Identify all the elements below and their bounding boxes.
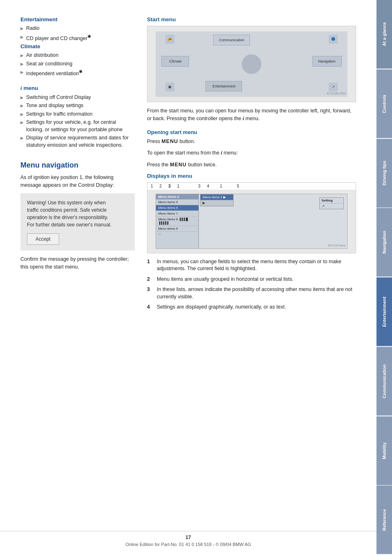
popup-row-2: Menu items 2 ▶ bbox=[200, 195, 233, 200]
menu-navigation-body: As of ignition key position 1, the follo… bbox=[20, 174, 135, 189]
page-footer: 17 Online Edition for Part-No. 01 41 0 1… bbox=[0, 531, 376, 547]
popup-column: Menu items 2 ▶ ▶ bbox=[200, 194, 234, 206]
corner-icon-bl: ▦ bbox=[165, 83, 174, 92]
footer-text: Online Edition for Part-No. 01 41 0 158 … bbox=[125, 542, 251, 547]
numbered-item-4: 4 Settings are displayed graphically, nu… bbox=[147, 304, 356, 311]
menu-navigation-title: Menu navigation bbox=[20, 161, 135, 170]
controller-circle bbox=[242, 54, 261, 74]
list-item: ▶ Radio bbox=[20, 25, 135, 32]
list-item: ▶ Switching off Control Display bbox=[20, 94, 135, 101]
list-item: ▶ Tone and display settings bbox=[20, 102, 135, 110]
arrow-icon: ▶ bbox=[20, 112, 24, 117]
list-item: ▶ CD player and CD changer✱ bbox=[20, 34, 135, 43]
press-twice-line: Press the MENU button twice. bbox=[147, 161, 356, 169]
num-markers: 1 2 3 1 3 4 1 5 bbox=[147, 183, 356, 190]
image-label: E71/0AL/00c bbox=[327, 92, 346, 95]
settings-column: Setting ↗ bbox=[319, 197, 344, 209]
numbered-item-1: 1 In menus, you can change fields to sel… bbox=[147, 258, 356, 273]
arrow-icon: ▶ bbox=[20, 103, 24, 109]
climate-section: Climate ▶ Air distribution ▶ Seat air co… bbox=[20, 43, 135, 78]
start-menu-body: From the start menu, you can open four m… bbox=[147, 107, 356, 123]
page-number: 17 bbox=[0, 535, 376, 540]
right-column: Start menu Communication Climate Navigat… bbox=[147, 16, 356, 314]
settings-arrow: ↗ bbox=[320, 203, 343, 209]
arrow-icon: ▶ bbox=[20, 61, 24, 67]
confirm-text: Confirm the message by pressing the cont… bbox=[20, 255, 135, 271]
press-menu-line: Press MENU button. bbox=[147, 138, 356, 145]
opening-start-menu-section: Opening start menu Press MENU button. To… bbox=[147, 129, 356, 169]
left-column: Entertainment ▶ Radio ▶ CD player and CD… bbox=[20, 16, 135, 314]
displays-menu-screenshot: 1 2 3 1 3 4 1 5 bbox=[147, 182, 356, 253]
menu-row-8: Menu items 8 ▐▐▐▐▌ ▐▐▐▐▐ bbox=[156, 217, 198, 226]
communication-menu-item: Communication bbox=[213, 35, 250, 45]
i-menu-title: i menu bbox=[20, 85, 135, 92]
menu-row-down: ▼ bbox=[156, 232, 198, 237]
side-tabs: At a glance Controls Driving tips Naviga… bbox=[376, 0, 392, 555]
list-item: ▶ Seat air conditioning bbox=[20, 60, 135, 68]
numbered-item-2: 2 Menu items are usually grouped in hori… bbox=[147, 276, 356, 283]
list-item: ▶ Air distribution bbox=[20, 52, 135, 59]
entertainment-menu-item: Entertainment bbox=[205, 81, 242, 92]
numbered-list: 1 In menus, you can change fields to sel… bbox=[147, 258, 356, 311]
menu-navigation-section: Menu navigation As of ignition key posit… bbox=[20, 161, 135, 271]
tab-controls[interactable]: Controls bbox=[376, 69, 392, 138]
displays-in-menu-title: Displays in menu bbox=[147, 173, 356, 179]
climate-title: Climate bbox=[20, 43, 135, 49]
tab-navigation[interactable]: Navigation bbox=[376, 208, 392, 277]
tab-communication[interactable]: Communication bbox=[376, 347, 392, 416]
menu-row-6-highlighted: Menu Items 6 bbox=[156, 205, 198, 211]
tab-driving-tips[interactable]: Driving tips bbox=[376, 139, 392, 208]
tab-at-a-glance[interactable]: At a glance bbox=[376, 0, 392, 69]
accept-button[interactable]: Accept bbox=[27, 233, 59, 245]
menu-row-5: Menu items 5 bbox=[156, 199, 198, 205]
menu-row-7: Menu items 7 bbox=[156, 211, 198, 217]
displays-in-menu-section: Displays in menu 1 2 3 1 3 4 1 5 bbox=[147, 173, 356, 311]
arrow-icon: ▶ bbox=[20, 26, 24, 31]
main-menu-column: Menu items 4 Menu items 5 Menu Items 6 M… bbox=[156, 194, 199, 248]
menu-row-9: Menu items 9 bbox=[156, 226, 198, 232]
corner-icon-br: ↗ bbox=[329, 83, 338, 92]
start-menu-title: Start menu bbox=[147, 16, 356, 22]
arrow-icon: ▶ bbox=[20, 53, 24, 58]
arrow-icon: ▶ bbox=[20, 135, 24, 141]
navigation-menu-item: Navigation bbox=[312, 56, 342, 67]
entertainment-title: Entertainment bbox=[20, 16, 135, 22]
displays-menu-image: Menu items 4 Menu items 5 Menu Items 6 M… bbox=[147, 190, 356, 253]
image-label-displays: E27118 fama bbox=[328, 244, 345, 247]
opening-start-menu-title: Opening start menu bbox=[147, 129, 356, 135]
warning-box: Warning! Use this system only when traff… bbox=[20, 193, 135, 251]
list-item: ▶ Settings for your vehicle, e.g. for ce… bbox=[20, 119, 135, 133]
displays-visual: Menu items 4 Menu items 5 Menu Items 6 M… bbox=[156, 194, 347, 249]
entertainment-section: Entertainment ▶ Radio ▶ CD player and CD… bbox=[20, 16, 135, 42]
list-item: ▶ Independent ventilation✱ bbox=[20, 69, 135, 78]
start-menu-image: Communication Climate Navigation Enterta… bbox=[147, 26, 356, 102]
popup-row-3: ▶ bbox=[200, 200, 233, 206]
main-content: Entertainment ▶ Radio ▶ CD player and CD… bbox=[0, 0, 376, 555]
tab-reference[interactable]: Reference bbox=[376, 486, 392, 554]
open-from-i-line: To open the start menu from the i menu: bbox=[147, 149, 356, 157]
i-menu-section: i menu ▶ Switching off Control Display ▶… bbox=[20, 85, 135, 149]
corner-icon-tr: 🔵 bbox=[329, 35, 338, 44]
menu-header: Menu items 4 bbox=[156, 194, 198, 199]
numbered-item-3: 3 In these lists, arrows indicate the po… bbox=[147, 286, 356, 300]
start-menu-visual: Communication Climate Navigation Enterta… bbox=[156, 31, 347, 97]
tab-mobility[interactable]: Mobility bbox=[376, 416, 392, 485]
arrow-icon: ▶ bbox=[20, 120, 24, 125]
start-menu-section: Start menu Communication Climate Navigat… bbox=[147, 16, 356, 123]
climate-menu-item: Climate bbox=[161, 56, 189, 67]
arrow-icon: ▶ bbox=[20, 69, 24, 75]
settings-header: Setting bbox=[320, 198, 343, 203]
list-item: ▶ Settings for traffic information bbox=[20, 111, 135, 118]
corner-icon-tl: 📻 bbox=[165, 35, 174, 44]
tab-entertainment[interactable]: Entertainment bbox=[376, 278, 392, 346]
start-menu-screenshot: Communication Climate Navigation Enterta… bbox=[147, 26, 356, 102]
arrow-icon: ▶ bbox=[20, 95, 24, 101]
list-item: ▶ Display of service requirements and da… bbox=[20, 134, 135, 149]
arrow-icon: ▶ bbox=[20, 34, 24, 40]
